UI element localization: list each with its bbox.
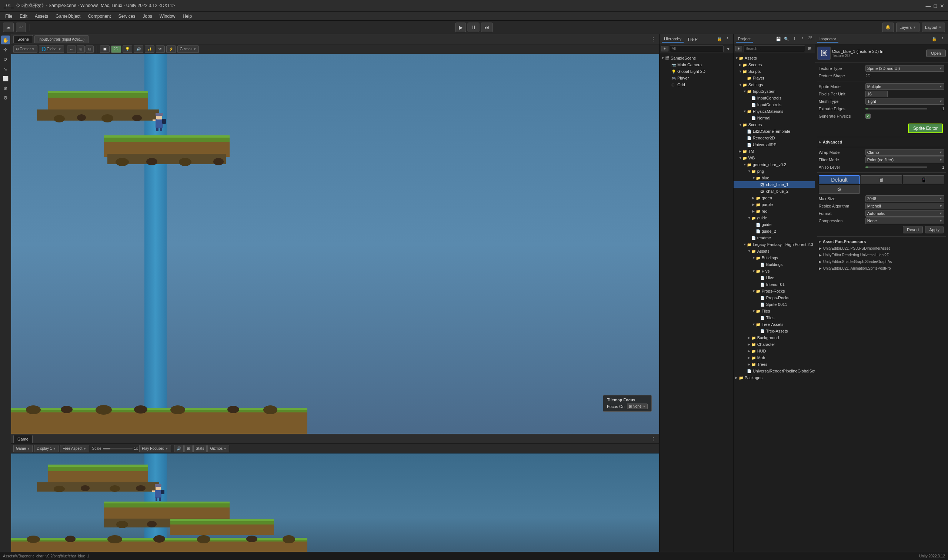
grid-item[interactable]: ⊞ Grid [659,82,733,88]
mesh-type-dropdown[interactable]: Tight ▼ [865,98,944,105]
mob-item[interactable]: ▶ 📁 Mob [733,354,815,361]
fx-btn[interactable]: ✨ [145,46,154,53]
snap-btn[interactable]: ⊞ [77,46,85,53]
png-item[interactable]: ▼ 📁 png [733,168,815,175]
readme-item[interactable]: 📄 readme [733,234,815,241]
input-controls-tab[interactable]: InputControls (Input Actio...) [34,35,88,43]
hud-item[interactable]: ▶ 📁 HUD [733,348,815,354]
props-rocks-file[interactable]: 📄 Props-Rocks [733,294,815,301]
tm-item[interactable]: ▶ 📁 TM [733,148,815,155]
game-gizmos-btn[interactable]: Gizmos ▼ [207,445,229,452]
global-light-item[interactable]: 💡 Global Light 2D [659,68,733,75]
game-tab[interactable]: Game [13,435,32,443]
generic-char-item[interactable]: ▼ 📁 generic_char_v0.2 [733,161,815,168]
free-aspect-btn[interactable]: Free Aspect ▼ [60,445,89,452]
resolution-btn[interactable]: ⊞ [184,445,193,452]
green-item[interactable]: ▶ 📁 green [733,195,815,201]
tool-scale[interactable]: ⤡ [1,65,10,73]
close-btn[interactable]: ✕ [940,3,944,9]
gear-format-btn[interactable]: ⚙ [819,185,860,194]
inspector-tab[interactable]: Inspector [817,36,838,43]
project-search-btn[interactable]: 🔍 [783,36,790,43]
tool-rect[interactable]: ⬜ [1,74,10,83]
tool-custom[interactable]: ⚙ [1,93,10,102]
scene-tab[interactable]: Scene [13,35,33,43]
settings-item[interactable]: ▼ 📁 Settings [733,82,815,88]
sample-scene-item[interactable]: ▼ 🎬 SampleScene [659,55,733,62]
scripts-item[interactable]: ▼ 📁 Scripts [733,68,815,75]
char-blue-2-item[interactable]: 🖼 char_blue_2 [733,188,815,195]
inputcontrols-1-item[interactable]: 📄 InputControls [733,95,815,102]
trees-item[interactable]: ▶ 📁 Trees [733,361,815,368]
project-more-btn[interactable]: ⋮ [800,36,806,43]
render-mode-btn[interactable]: 🔲 [100,46,110,53]
play-button[interactable]: ▶ [455,23,466,32]
resize-algo-dropdown[interactable]: Mitchell ▼ [865,203,944,209]
global-btn[interactable]: 🌐 Global ▼ [39,46,64,53]
mobile-format-btn[interactable]: 📱 [903,175,944,184]
hive-file-item[interactable]: 📄 Hive [733,274,815,281]
hierarchy-lock-btn[interactable]: 🔒 [716,36,723,43]
maximize-btn[interactable]: □ [934,3,937,9]
scenes2-item[interactable]: ▼ 📁 Scenes [733,122,815,128]
post-item-3[interactable]: ▶ UnityEditor.U2D.Animation.SpritePostPr… [817,265,946,271]
legacy-assets-item[interactable]: ▼ 📁 Assets [733,248,815,254]
assets-root[interactable]: ▼ 📁 Assets [733,55,815,62]
lit2dscene-item[interactable]: 📄 Lit2DSceneTemplate [733,128,815,135]
menu-component[interactable]: Component [85,13,114,20]
game-tabs-more[interactable]: ⋮ [650,437,657,442]
pixels-per-unit-input[interactable] [865,91,888,97]
filter-mode-dropdown[interactable]: Point (no filter) ▼ [865,157,944,163]
hierarchy-filter-btn[interactable]: ▼ [725,46,732,52]
toolbar-undo[interactable]: ↩ [16,23,26,32]
max-size-dropdown[interactable]: 2048 ▼ [865,195,944,202]
step-button[interactable]: ⏭ [481,23,493,32]
advanced-section-header[interactable]: ▶ Advanced [817,139,946,145]
menu-help[interactable]: Help [180,13,195,20]
sprite-mode-dropdown[interactable]: Multiple ▼ [865,83,944,90]
revert-button[interactable]: Revert [903,226,923,233]
audio-toggle-btn[interactable]: 🔊 [174,445,184,452]
play-focused-btn[interactable]: Play Focused ▼ [139,445,171,452]
pause-button[interactable]: ⏸ [468,23,480,32]
extrude-slider[interactable] [865,108,927,109]
menu-edit[interactable]: Edit [17,13,30,20]
universalirp-item[interactable]: 📄 UniversalIRP [733,141,815,148]
cloud-btn[interactable]: 🔔 [882,23,894,32]
guide-folder-item[interactable]: ▼ 📁 guide [733,215,815,221]
buildings-folder-item[interactable]: ▼ 📁 Buildings [733,254,815,261]
urp-global-item[interactable]: 📄 UniversalRenderPipelineGlobalSettings [733,368,815,374]
player-scripts-item[interactable]: 📁 Player [733,75,815,82]
layers-dropdown[interactable]: Layers ▼ [896,23,920,32]
main-camera-item[interactable]: 📷 Main Camera [659,62,733,68]
scenes-item[interactable]: ▶ 📁 Scenes [733,62,815,68]
red-item[interactable]: ▶ 📁 red [733,208,815,215]
legacy-fantasy-item[interactable]: ▼ 📁 Legacy-Fantasy - High Forest 2.3 [733,241,815,248]
input-system-item[interactable]: ▼ 📁 InputSystem [733,88,815,95]
menu-gameobject[interactable]: GameObject [52,13,83,20]
lighting-btn[interactable]: 💡 [123,46,132,53]
ai-btn[interactable]: ⚡ [166,46,176,53]
hierarchy-tab[interactable]: Hierarchy [662,36,684,43]
tool-rotate[interactable]: ↺ [1,55,10,64]
tile-palette-tab[interactable]: Tile P [685,36,700,42]
sprite-editor-button[interactable]: Sprite Editor [908,123,943,133]
layout-dropdown[interactable]: Layout ▼ [922,23,945,32]
apply-button[interactable]: Apply [925,226,943,233]
scene-visibility-btn[interactable]: 👁 [156,46,165,53]
menu-services[interactable]: Services [115,13,138,20]
project-tab[interactable]: Project [736,36,753,43]
compression-dropdown[interactable]: None ▼ [865,217,944,224]
character-item[interactable]: ▶ 📁 Character [733,341,815,348]
2d-btn[interactable]: 2D [111,46,121,53]
project-content[interactable]: ▼ 📁 Assets ▶ 📁 Scenes ▼ 📁 Scripts 📁 [733,53,815,552]
hierarchy-create-btn[interactable]: + [661,46,669,51]
tiles-file-item[interactable]: 📄 Tiles [733,314,815,321]
audio-btn[interactable]: 🔊 [134,46,143,53]
tree-assets-folder[interactable]: ▼ 📁 Tree-Assets [733,321,815,328]
post-item-0[interactable]: ▶ UnityEditor.U2D.PSD.PSDImporterAsset [817,245,946,252]
format-dropdown[interactable]: Automatic ▼ [865,210,944,217]
inputcontrols-2-item[interactable]: 📄 InputControls [733,102,815,108]
hive-folder-item[interactable]: ▼ 📁 Hive [733,268,815,274]
guide-2-item[interactable]: 📄 guide_2 [733,228,815,234]
